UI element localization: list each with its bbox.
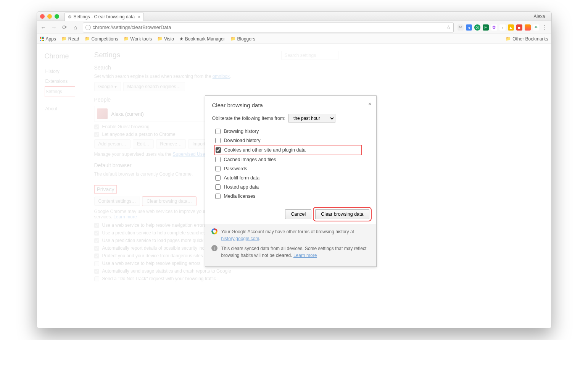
manage-engines-button[interactable]: Manage search engines… <box>123 82 185 91</box>
url-text: chrome://settings/clearBrowserData <box>93 24 171 30</box>
bookmark-manager[interactable]: ★Bookmark Manager <box>179 36 225 42</box>
folder-icon: 📁 <box>85 36 90 41</box>
nav-settings[interactable]: Settings <box>45 86 75 97</box>
clear-browsing-data-button[interactable]: Clear browsing data… <box>142 197 196 206</box>
ext-icon[interactable] <box>525 24 531 31</box>
bookmark-folder[interactable]: 📁Bloggers <box>230 36 255 42</box>
clear-data-options: Browsing historyDownload historyCookies … <box>214 127 369 201</box>
bookmark-folder[interactable]: 📁Read <box>61 36 79 42</box>
avatar <box>97 108 108 119</box>
clear-option[interactable]: Cookies and other site and plugin data <box>214 145 362 155</box>
close-tab-icon[interactable]: × <box>138 15 140 19</box>
privacy-option[interactable]: Send a "Do Not Track" request with your … <box>94 276 338 281</box>
sidenav: Chrome History Extensions Settings About <box>45 51 75 284</box>
menu-icon[interactable]: ⋮ <box>541 24 548 31</box>
tab-title: Settings - Clear browsing data <box>74 14 135 19</box>
learn-more-sync-link[interactable]: Learn more <box>293 253 317 258</box>
learn-more-link[interactable]: Learn more <box>113 214 137 220</box>
time-range-select[interactable]: the past hour <box>288 114 335 123</box>
close-window[interactable] <box>40 14 45 19</box>
back-icon[interactable]: ← <box>40 24 47 31</box>
forward-icon: → <box>51 24 58 31</box>
ext-icon[interactable]: ✿ <box>491 24 497 31</box>
home-icon[interactable]: ⌂ <box>72 24 79 31</box>
ext-icon[interactable]: r <box>499 24 506 31</box>
clear-option[interactable]: Hosted app data <box>214 182 369 192</box>
navbar: ← → ⟳ ⌂ i chrome://settings/clearBrowser… <box>37 21 551 34</box>
clear-data-confirm-button[interactable]: Clear browsing data <box>315 209 369 219</box>
titlebar: ⚙ Settings - Clear browsing data × Alexa <box>37 12 551 21</box>
brand-label: Chrome <box>45 52 75 60</box>
bookmarks-bar: Apps 📁Read 📁Competitions 📁Work tools 📁Vi… <box>37 34 551 44</box>
person-label: Alexa (current) <box>111 111 144 117</box>
bookmark-folder[interactable]: 📁Competitions <box>85 36 118 42</box>
zoom-window[interactable] <box>55 14 59 19</box>
bookmark-folder[interactable]: 📁Work tools <box>124 36 152 42</box>
browser-window: ⚙ Settings - Clear browsing data × Alexa… <box>37 11 552 328</box>
omnibox[interactable]: i chrome://settings/clearBrowserData ☆ <box>83 23 454 32</box>
ext-icon[interactable]: ■ <box>516 24 522 31</box>
star-icon: ★ <box>179 36 184 42</box>
clear-option[interactable]: Download history <box>214 136 369 145</box>
nav-extensions[interactable]: Extensions <box>45 76 75 86</box>
browser-tab[interactable]: ⚙ Settings - Clear browsing data × <box>64 13 144 21</box>
clear-option[interactable]: Autofill form data <box>214 173 369 182</box>
edit-person-button[interactable]: Edit… <box>133 139 154 149</box>
obliterate-label: Obliterate the following items from: <box>212 116 285 121</box>
add-person-button[interactable]: Add person… <box>94 139 130 149</box>
ext-icon[interactable]: F <box>483 24 489 31</box>
folder-icon: 📁 <box>230 36 236 41</box>
cancel-button[interactable]: Cancel <box>285 209 311 219</box>
ext-icon[interactable]: a <box>466 24 472 31</box>
profile-name[interactable]: Alexa <box>533 14 545 19</box>
search-settings-input[interactable]: Search settings <box>281 51 338 60</box>
dialog-footer: Your Google Account may have other forms… <box>205 224 376 266</box>
history-link[interactable]: history.google.com <box>221 236 259 241</box>
reload-icon[interactable]: ⟳ <box>61 24 68 31</box>
clear-option[interactable]: Media licenses <box>214 192 369 201</box>
apps-label: Apps <box>46 36 56 42</box>
folder-icon: 📁 <box>124 36 129 41</box>
folder-icon: 📁 <box>157 36 163 41</box>
extension-icons: ✉ a G F ✿ r ▲ ■ ✳ ⋮ <box>458 24 548 31</box>
privacy-option[interactable]: Automatically send usage statistics and … <box>94 268 338 274</box>
bookmark-folder[interactable]: 📁Visio <box>157 36 174 42</box>
minimize-window[interactable] <box>47 14 52 19</box>
site-info-icon[interactable]: i <box>85 25 91 30</box>
search-desc: Set which search engine is used when sea… <box>94 74 338 79</box>
section-privacy-heading: Privacy <box>94 185 117 194</box>
traffic-lights <box>40 14 59 19</box>
other-bookmarks[interactable]: 📁Other Bookmarks <box>506 36 548 42</box>
content-settings-button[interactable]: Content settings… <box>94 197 140 206</box>
apps-icon <box>40 37 44 41</box>
clear-option[interactable]: Passwords <box>214 164 369 173</box>
apps-shortcut[interactable]: Apps <box>40 36 56 42</box>
bookmark-star-icon[interactable]: ☆ <box>446 24 451 30</box>
ext-icon[interactable]: ▲ <box>508 24 514 31</box>
search-engine-select[interactable]: Google ▾ <box>94 82 121 91</box>
ext-icon[interactable]: ✳ <box>533 24 539 31</box>
section-search-heading: Search <box>94 65 338 71</box>
clear-browsing-dialog: × Clear browsing data Obliterate the fol… <box>205 95 377 267</box>
ext-icon[interactable]: ✉ <box>458 24 464 31</box>
nav-about[interactable]: About <box>45 104 75 114</box>
dialog-title: Clear browsing data <box>212 102 369 108</box>
folder-icon: 📁 <box>61 36 67 41</box>
google-logo-icon <box>211 228 217 234</box>
supervised-link[interactable]: Supervised Use <box>173 152 205 157</box>
clear-option[interactable]: Cached images and files <box>214 155 369 164</box>
gear-icon: ⚙ <box>68 15 72 19</box>
content-area: Chrome History Extensions Settings About… <box>37 44 551 328</box>
omnibox-link[interactable]: omnibox <box>213 74 230 79</box>
folder-icon: 📁 <box>506 36 511 41</box>
info-icon: i <box>211 245 217 251</box>
close-dialog-icon[interactable]: × <box>368 100 372 107</box>
nav-history[interactable]: History <box>45 66 75 76</box>
remove-person-button[interactable]: Remove… <box>156 139 186 149</box>
ext-icon[interactable]: G <box>474 24 480 31</box>
clear-option[interactable]: Browsing history <box>214 127 369 136</box>
